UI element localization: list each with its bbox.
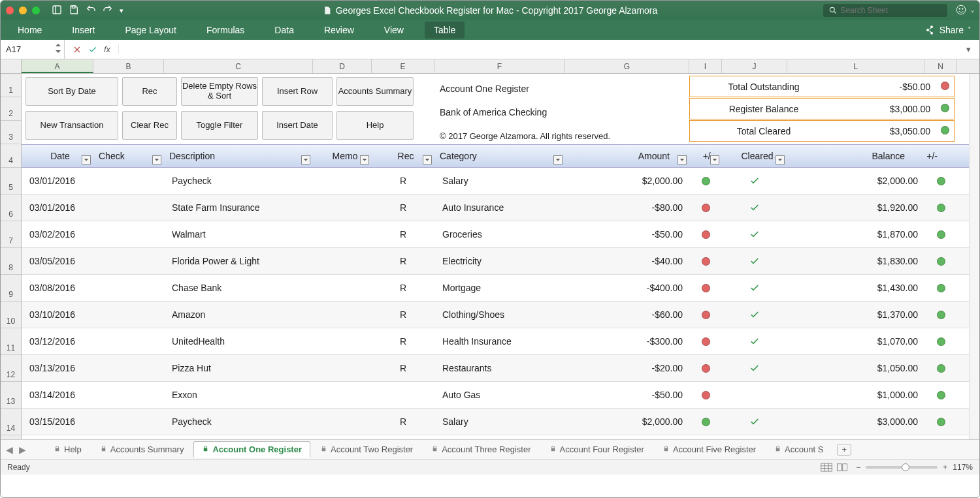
cell-description[interactable]: Paycheck (164, 409, 313, 435)
column-header-A[interactable]: A (22, 59, 93, 73)
column-header-N[interactable]: N (924, 59, 957, 73)
sheet-tab-account-four-register[interactable]: Account Four Register (541, 441, 653, 458)
cell-memo[interactable] (313, 328, 372, 354)
chevron-up-icon[interactable] (55, 42, 61, 48)
cell-amount[interactable]: -$40.00 (565, 248, 689, 274)
cell-memo[interactable] (313, 221, 372, 247)
save-icon[interactable] (69, 5, 79, 17)
column-header-J[interactable]: J (722, 59, 787, 73)
table-header-amount[interactable]: Amount (565, 145, 689, 167)
table-row[interactable]: 03/01/2016 State Farm Insurance R Auto I… (22, 195, 969, 221)
column-header-G[interactable]: G (565, 59, 689, 73)
ribbon-tab-data[interactable]: Data (265, 22, 303, 39)
insert-row-button[interactable]: Insert Row (262, 77, 333, 106)
cell-amount[interactable]: $2,000.00 (565, 168, 689, 194)
insert-date-button[interactable]: Insert Date (262, 111, 333, 140)
sheet-tab-accounts-summary[interactable]: Accounts Summary (91, 441, 193, 458)
cell-amount[interactable]: -$400.00 (565, 275, 689, 301)
cell-description[interactable]: Amazon (164, 302, 313, 328)
cell-description[interactable]: Pizza Hut (164, 355, 313, 381)
cell-check[interactable] (93, 195, 164, 221)
cell-check[interactable] (93, 382, 164, 408)
cancel-formula-icon[interactable] (73, 45, 82, 54)
cell-rec[interactable]: R (372, 409, 434, 435)
table-header-[interactable]: +/- (689, 145, 722, 167)
spreadsheet-grid[interactable]: Sort By DateRecDelete Empty Rows & SortI… (22, 74, 969, 439)
row-header-12[interactable]: 12 (1, 355, 21, 382)
sheet-tab-help[interactable]: Help (45, 441, 90, 458)
table-row[interactable]: 03/15/2016 Paycheck R Salary $2,000.00 $… (22, 409, 969, 435)
table-header-memo[interactable]: Memo (313, 145, 372, 167)
column-header-D[interactable]: D (313, 59, 372, 73)
cell-amount[interactable]: -$20.00 (565, 355, 689, 381)
table-header-cleared[interactable]: Cleared (722, 145, 787, 167)
cell-check[interactable] (93, 168, 164, 194)
row-header-2[interactable]: 2 (1, 97, 21, 121)
cell-category[interactable]: Mortgage (434, 275, 565, 301)
zoom-slider[interactable] (866, 466, 938, 469)
cell-cleared[interactable] (722, 328, 787, 354)
filter-dropdown-icon[interactable] (301, 155, 310, 164)
cell-balance[interactable]: $1,000.00 (787, 382, 924, 408)
column-header-L[interactable]: L (787, 59, 924, 73)
table-header-balance[interactable]: Balance (787, 145, 924, 167)
sheet-tab-account-s[interactable]: Account S (766, 441, 832, 458)
table-header-[interactable]: +/- (924, 145, 957, 167)
row-header-4[interactable]: 4 (1, 144, 21, 168)
cell-category[interactable]: Electricity (434, 248, 565, 274)
zoom-in-button[interactable]: + (943, 463, 947, 472)
qat-item-icon[interactable] (52, 5, 62, 17)
ribbon-tab-table[interactable]: Table (425, 22, 465, 39)
formula-expand-icon[interactable]: ▾ (966, 44, 979, 54)
column-header-F[interactable]: F (434, 59, 565, 73)
page-layout-view-icon[interactable] (836, 463, 848, 472)
cell-balance[interactable]: $2,000.00 (787, 168, 924, 194)
cell-description[interactable]: Exxon (164, 382, 313, 408)
cell-date[interactable]: 03/15/2016 (22, 409, 93, 435)
cell-cleared[interactable] (722, 168, 787, 194)
name-box[interactable]: A17 (1, 40, 65, 59)
cell-cleared[interactable] (722, 382, 787, 408)
cell-amount[interactable]: -$80.00 (565, 195, 689, 221)
cell-date[interactable]: 03/10/2016 (22, 302, 93, 328)
row-header-7[interactable]: 7 (1, 221, 21, 248)
cell-cleared[interactable] (722, 409, 787, 435)
cell-date[interactable]: 03/13/2016 (22, 355, 93, 381)
cell-amount[interactable]: -$50.00 (565, 382, 689, 408)
cell-cleared[interactable] (722, 302, 787, 328)
cell-cleared[interactable] (722, 355, 787, 381)
row-header-8[interactable]: 8 (1, 248, 21, 275)
sort-by-date-button[interactable]: Sort By Date (25, 77, 118, 106)
cell-rec[interactable]: R (372, 248, 434, 274)
filter-dropdown-icon[interactable] (678, 155, 687, 164)
ribbon-tab-page-layout[interactable]: Page Layout (116, 22, 186, 39)
clear-rec-button[interactable]: Clear Rec (122, 111, 177, 140)
table-header-category[interactable]: Category (434, 145, 565, 167)
confirm-formula-icon[interactable] (88, 45, 97, 54)
row-header-6[interactable]: 6 (1, 195, 21, 221)
cell-category[interactable]: Auto Insurance (434, 195, 565, 221)
cell-balance[interactable]: $1,070.00 (787, 328, 924, 354)
cell-date[interactable]: 03/14/2016 (22, 382, 93, 408)
cell-date[interactable]: 03/05/2016 (22, 248, 93, 274)
cell-description[interactable]: Paycheck (164, 168, 313, 194)
ribbon-tab-review[interactable]: Review (315, 22, 363, 39)
table-row[interactable]: 03/10/2016 Amazon R Clothing/Shoes -$60.… (22, 302, 969, 328)
table-row[interactable]: 03/05/2016 Florida Power & Light R Elect… (22, 248, 969, 275)
zoom-control[interactable]: − + 117% (856, 463, 973, 472)
qat-customize-icon[interactable]: ▾ (120, 7, 123, 15)
feedback-icon[interactable]: ˅ (955, 4, 974, 18)
cell-date[interactable]: 03/08/2016 (22, 275, 93, 301)
row-header-11[interactable]: 11 (1, 328, 21, 355)
filter-dropdown-icon[interactable] (423, 155, 432, 164)
filter-dropdown-icon[interactable] (776, 155, 785, 164)
table-row[interactable]: 03/12/2016 UnitedHealth R Health Insuran… (22, 328, 969, 355)
row-header-13[interactable]: 13 (1, 382, 21, 409)
cell-date[interactable]: 03/01/2016 (22, 168, 93, 194)
rec-button[interactable]: Rec (122, 77, 177, 106)
search-input[interactable] (840, 6, 938, 15)
cell-description[interactable]: UnitedHealth (164, 328, 313, 354)
table-row[interactable]: 03/08/2016 Chase Bank R Mortgage -$400.0… (22, 275, 969, 302)
row-header-9[interactable]: 9 (1, 275, 21, 302)
ribbon-tab-formulas[interactable]: Formulas (197, 22, 253, 39)
